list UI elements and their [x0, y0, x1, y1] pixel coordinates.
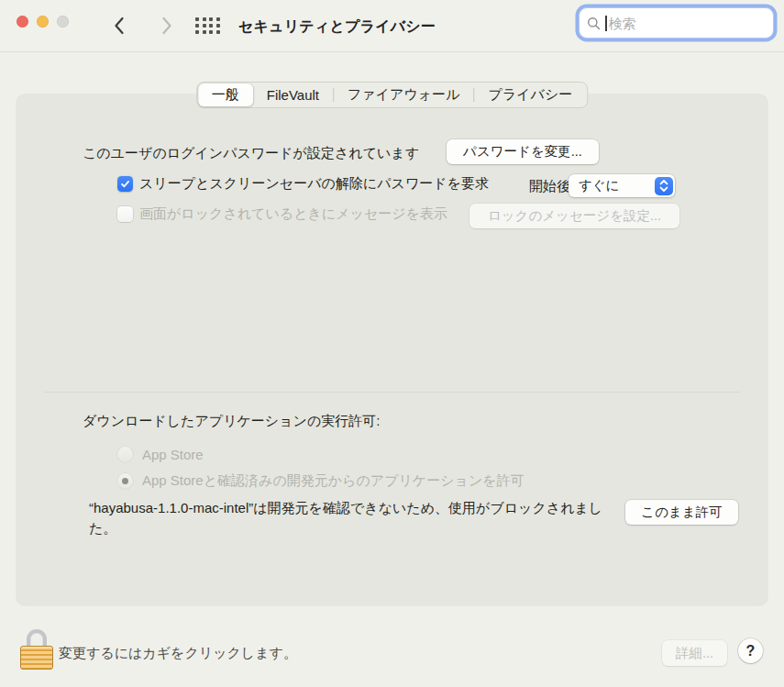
require-password-label: スリープとスクリーンセーバの解除にパスワードを要求: [139, 175, 489, 193]
security-privacy-window: { "window": { "title": "セキュリティとプライバシー" }…: [0, 0, 784, 687]
chevron-right-icon: [161, 17, 172, 35]
blocked-app-message: “hayabusa-1.1.0-mac-intel”は開発元を確認できないため、…: [89, 498, 616, 537]
search-input[interactable]: [609, 16, 767, 31]
checkmark-icon: [120, 179, 130, 189]
lock-closed-icon[interactable]: [20, 629, 53, 670]
tab-general[interactable]: 一般: [198, 83, 253, 106]
downloads-section-label: ダウンロードしたアプリケーションの実行許可:: [83, 413, 380, 430]
minimize-button[interactable]: [37, 16, 49, 28]
text-caret: [605, 16, 607, 31]
lock-body: [20, 646, 53, 670]
advanced-button: 詳細...: [662, 640, 727, 666]
password-status-label: このユーザのログインパスワードが設定されています: [83, 145, 419, 162]
tab-filevault[interactable]: FileVault: [253, 83, 333, 106]
traffic-lights: [17, 16, 69, 28]
delay-popup-value: すぐに: [569, 177, 620, 194]
require-password-checkbox[interactable]: [117, 176, 133, 192]
zoom-button: [57, 16, 69, 28]
delay-popup-button[interactable]: すぐに: [569, 174, 675, 197]
lock-message-checkbox: [117, 206, 133, 222]
window-title: セキュリティとプライバシー: [238, 0, 436, 52]
radio-app-store-label: App Store: [142, 447, 204, 462]
radio-identified-developers-label: App Storeと確認済みの開発元からのアプリケーションを許可: [142, 472, 525, 490]
titlebar: セキュリティとプライバシー: [0, 0, 784, 52]
tab-firewall[interactable]: ファイアウォール: [334, 83, 473, 106]
lock-hint-label: 変更するにはカギをクリックします。: [59, 645, 297, 662]
back-button[interactable]: [107, 12, 131, 39]
tab-privacy[interactable]: プライバシー: [474, 83, 586, 106]
change-password-button[interactable]: パスワードを変更...: [447, 139, 599, 164]
general-pane: このユーザのログインパスワードが設定されています パスワードを変更... スリー…: [17, 94, 767, 605]
popup-stepper-icon: [655, 177, 673, 195]
search-icon: [587, 17, 601, 30]
tab-bar: 一般 FileVault ファイアウォール プライバシー: [196, 82, 588, 108]
show-all-grid-icon[interactable]: [195, 14, 220, 37]
section-divider: [44, 392, 740, 393]
allow-anyway-button[interactable]: このまま許可: [625, 500, 738, 525]
help-button[interactable]: ?: [738, 638, 763, 663]
lock-message-label: 画面がロックされているときにメッセージを表示: [139, 205, 447, 223]
search-field[interactable]: [579, 7, 774, 39]
forward-button: [155, 12, 179, 39]
radio-identified-developers: [117, 473, 133, 489]
close-button[interactable]: [17, 16, 28, 28]
chevron-left-icon: [114, 17, 125, 35]
set-lock-message-button: ロックのメッセージを設定...: [469, 204, 679, 228]
radio-app-store: [117, 447, 133, 462]
after-label: 開始後:: [529, 178, 574, 195]
